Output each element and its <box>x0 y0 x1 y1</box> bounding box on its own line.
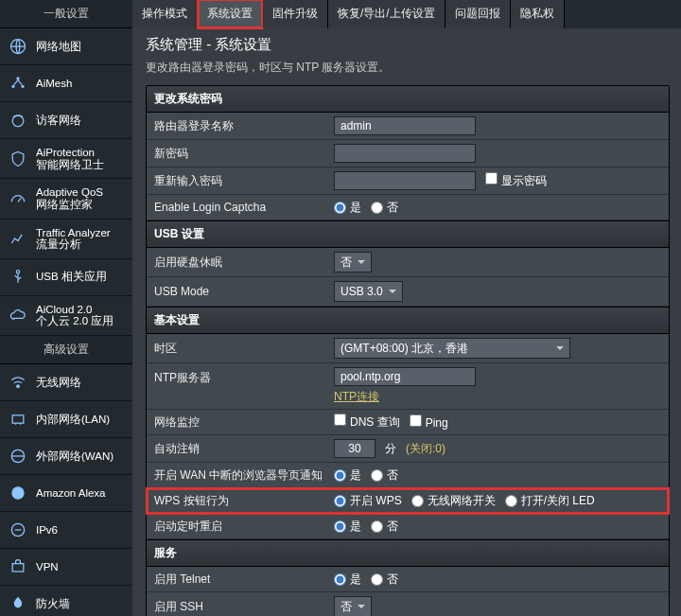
wps-wifi-toggle[interactable]: 无线网络开关 <box>411 493 496 509</box>
svg-point-3 <box>21 85 24 88</box>
cloud-icon <box>8 305 28 326</box>
tab-firmware[interactable]: 固件升级 <box>263 0 328 28</box>
sidebar-header-general: 一般设置 <box>0 0 132 28</box>
telnet-yes[interactable]: 是 <box>334 572 361 588</box>
sidebar-item-usb[interactable]: USB 相关应用 <box>0 259 132 296</box>
sidebar-item-aimesh[interactable]: AiMesh <box>0 65 132 102</box>
page-desc: 更改路由器登录密码，时区与 NTP 服务器设置。 <box>146 60 670 76</box>
wifi-icon <box>8 372 28 393</box>
timezone-select[interactable]: (GMT+08:00) 北京，香港 <box>334 338 570 359</box>
page-title: 系统管理 - 系统设置 <box>146 36 670 54</box>
chart-icon <box>8 228 28 249</box>
vpn-icon <box>8 556 28 577</box>
row-ssh: 启用 SSH 否 <box>147 592 669 616</box>
wifi-globe-icon <box>8 110 28 131</box>
row-reboot-schedule: 启动定时重启 是 否 <box>147 514 669 539</box>
row-wps-button: WPS 按钮行为 开启 WPS 无线网络开关 打开/关闭 LED <box>147 488 669 514</box>
sidebar-item-guest[interactable]: 访客网络 <box>0 102 132 139</box>
gauge-icon <box>8 188 28 209</box>
sidebar-item-alexa[interactable]: Amazon Alexa <box>0 475 132 512</box>
svg-point-9 <box>11 486 24 499</box>
lan-icon <box>8 409 28 430</box>
sidebar-item-traffic[interactable]: Traffic Analyzer 流量分析 <box>0 220 132 259</box>
sidebar-item-vpn[interactable]: VPN <box>0 549 132 586</box>
settings-pane: 更改系统密码 路由器登录名称 新密码 重新输入密码 显示密码 Enable Lo… <box>146 85 670 616</box>
sidebar-item-wan[interactable]: 外部网络(WAN) <box>0 438 132 475</box>
row-ntp: NTP服务器 NTP连接 <box>147 363 669 410</box>
tab-system-settings[interactable]: 系统设置 <box>198 0 263 28</box>
tab-restore[interactable]: 恢复/导出/上传设置 <box>328 0 445 28</box>
sidebar-item-aicloud[interactable]: AiCloud 2.0 个人云 2.0 应用 <box>0 296 132 336</box>
wps-led[interactable]: 打开/关闭 LED <box>505 493 595 509</box>
section-usb: USB 设置 <box>147 220 669 248</box>
ntp-input[interactable] <box>334 367 476 386</box>
shield-icon <box>8 149 28 169</box>
retype-password-input[interactable] <box>334 171 476 190</box>
captcha-yes[interactable]: 是 <box>334 200 361 216</box>
section-basic: 基本设置 <box>147 307 669 334</box>
row-captcha: Enable Login Captcha 是 否 <box>147 195 669 220</box>
globe-icon <box>8 36 28 57</box>
captcha-no[interactable]: 否 <box>371 200 398 216</box>
row-new-password: 新密码 <box>147 140 669 167</box>
usb-icon <box>8 267 28 288</box>
sidebar-item-qos[interactable]: Adaptive QoS 网络监控家 <box>0 179 132 219</box>
login-name-input[interactable] <box>334 116 476 135</box>
row-telnet: 启用 Telnet 是 否 <box>147 567 669 592</box>
svg-point-2 <box>11 85 14 88</box>
usb-mode-select[interactable]: USB 3.0 <box>334 281 403 302</box>
redirect-yes[interactable]: 是 <box>334 467 361 484</box>
ssh-select[interactable]: 否 <box>334 596 372 616</box>
firewall-icon <box>8 593 28 614</box>
sidebar-item-ipv6[interactable]: IPv6 <box>0 512 132 549</box>
row-login-name: 路由器登录名称 <box>147 113 669 140</box>
section-password: 更改系统密码 <box>147 86 669 113</box>
sidebar-header-advanced: 高级设置 <box>0 336 132 364</box>
hdd-select[interactable]: 否 <box>334 252 372 273</box>
sidebar-item-lan[interactable]: 内部网络(LAN) <box>0 401 132 438</box>
new-password-input[interactable] <box>334 144 476 163</box>
logout-input[interactable] <box>334 439 375 458</box>
wps-open[interactable]: 开启 WPS <box>334 493 402 509</box>
row-usb-mode: USB Mode USB 3.0 <box>147 277 669 307</box>
svg-point-1 <box>16 77 19 79</box>
svg-point-5 <box>16 270 19 273</box>
sidebar-item-aiprotection[interactable]: AiProtection 智能网络卫士 <box>0 139 132 179</box>
row-auto-logout: 自动注销 分 (关闭:0) <box>147 435 669 463</box>
ntp-link[interactable]: NTP连接 <box>334 389 379 405</box>
row-monitor: 网络监控 DNS 查询 Ping <box>147 410 669 435</box>
alexa-icon <box>8 483 28 503</box>
main-content: 操作模式 系统设置 固件升级 恢复/导出/上传设置 问题回报 隐私权 系统管理 … <box>132 0 681 616</box>
tab-feedback[interactable]: 问题回报 <box>445 0 511 28</box>
sidebar-item-network-map[interactable]: 网络地图 <box>0 28 132 65</box>
telnet-no[interactable]: 否 <box>371 572 398 588</box>
tab-operation-mode[interactable]: 操作模式 <box>132 0 198 28</box>
sched-no[interactable]: 否 <box>371 519 398 535</box>
monitor-dns[interactable]: DNS 查询 <box>334 414 400 431</box>
row-timezone: 时区 (GMT+08:00) 北京，香港 <box>147 334 669 363</box>
tab-bar: 操作模式 系统设置 固件升级 恢复/导出/上传设置 问题回报 隐私权 <box>132 0 681 28</box>
row-hdd-hibernate: 启用硬盘休眠 否 <box>147 248 669 277</box>
section-service: 服务 <box>147 539 669 567</box>
svg-point-6 <box>17 385 20 388</box>
svg-rect-11 <box>12 564 24 572</box>
show-password-checkbox[interactable]: 显示密码 <box>485 172 547 189</box>
tab-privacy[interactable]: 隐私权 <box>511 0 565 28</box>
sidebar-item-wireless[interactable]: 无线网络 <box>0 364 132 401</box>
mesh-icon <box>8 73 28 94</box>
ipv6-icon <box>8 519 28 540</box>
row-retype-password: 重新输入密码 显示密码 <box>147 167 669 195</box>
redirect-no[interactable]: 否 <box>371 467 398 484</box>
row-wan-redirect: 开启 WAN 中断的浏览器导页通知 是 否 <box>147 463 669 488</box>
monitor-ping[interactable]: Ping <box>410 414 448 430</box>
globe2-icon <box>8 446 28 466</box>
svg-rect-7 <box>12 415 24 423</box>
sidebar-item-firewall[interactable]: 防火墙 <box>0 586 132 616</box>
svg-point-4 <box>12 115 24 127</box>
sidebar: 一般设置 网络地图 AiMesh 访客网络 AiProtection 智能网络卫… <box>0 0 132 616</box>
sched-yes[interactable]: 是 <box>334 519 361 535</box>
